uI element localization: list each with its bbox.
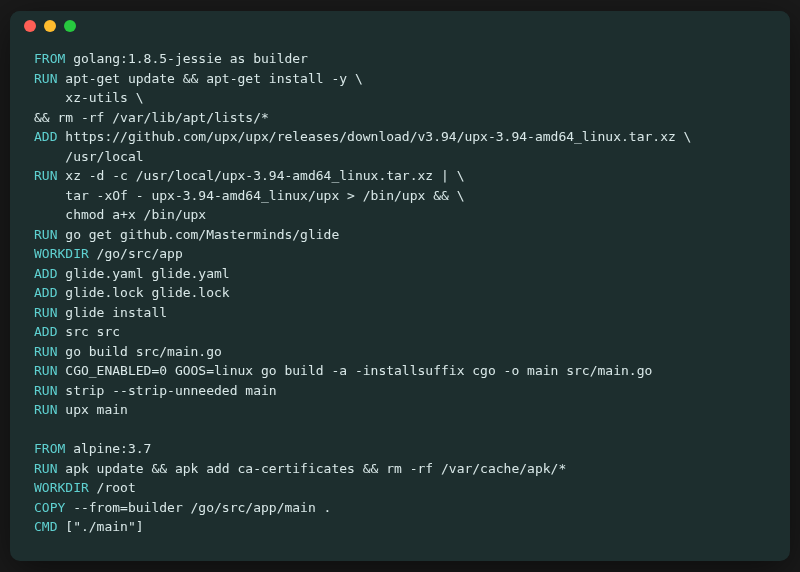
dockerfile-keyword: ADD — [34, 324, 57, 339]
code-text: glide.lock glide.lock — [57, 285, 229, 300]
code-text: chmod a+x /bin/upx — [34, 207, 206, 222]
code-text: /usr/local — [34, 149, 144, 164]
dockerfile-keyword: WORKDIR — [34, 246, 89, 261]
maximize-icon[interactable] — [64, 20, 76, 32]
dockerfile-keyword: RUN — [34, 305, 57, 320]
code-text: /root — [89, 480, 136, 495]
dockerfile-keyword: ADD — [34, 285, 57, 300]
code-line — [34, 420, 766, 440]
code-text: strip --strip-unneeded main — [57, 383, 276, 398]
code-line: /usr/local — [34, 147, 766, 167]
dockerfile-keyword: RUN — [34, 383, 57, 398]
code-line: chmod a+x /bin/upx — [34, 205, 766, 225]
code-text: && rm -rf /var/lib/apt/lists/* — [34, 110, 269, 125]
close-icon[interactable] — [24, 20, 36, 32]
dockerfile-keyword: RUN — [34, 402, 57, 417]
code-block: FROM golang:1.8.5-jessie as builderRUN a… — [10, 41, 790, 561]
code-text: glide install — [57, 305, 167, 320]
code-text: alpine:3.7 — [65, 441, 151, 456]
code-text: xz-utils \ — [34, 90, 144, 105]
dockerfile-keyword: CMD — [34, 519, 57, 534]
code-line: FROM golang:1.8.5-jessie as builder — [34, 49, 766, 69]
code-text: tar -xOf - upx-3.94-amd64_linux/upx > /b… — [34, 188, 464, 203]
code-text: CGO_ENABLED=0 GOOS=linux go build -a -in… — [57, 363, 652, 378]
dockerfile-keyword: FROM — [34, 51, 65, 66]
code-text: --from=builder /go/src/app/main . — [65, 500, 331, 515]
code-line: ADD src src — [34, 322, 766, 342]
code-line: ADD https://github.com/upx/upx/releases/… — [34, 127, 766, 147]
code-text: xz -d -c /usr/local/upx-3.94-amd64_linux… — [57, 168, 464, 183]
code-text: go get github.com/Masterminds/glide — [57, 227, 339, 242]
dockerfile-keyword: RUN — [34, 461, 57, 476]
code-line: WORKDIR /go/src/app — [34, 244, 766, 264]
dockerfile-keyword: ADD — [34, 129, 57, 144]
terminal-window: FROM golang:1.8.5-jessie as builderRUN a… — [10, 11, 790, 561]
code-line: RUN strip --strip-unneeded main — [34, 381, 766, 401]
code-text: glide.yaml glide.yaml — [57, 266, 229, 281]
code-text: src src — [57, 324, 120, 339]
minimize-icon[interactable] — [44, 20, 56, 32]
code-line: CMD ["./main"] — [34, 517, 766, 537]
dockerfile-keyword: COPY — [34, 500, 65, 515]
code-text: upx main — [57, 402, 127, 417]
code-text: go build src/main.go — [57, 344, 221, 359]
code-text: golang:1.8.5-jessie as builder — [65, 51, 308, 66]
code-line: tar -xOf - upx-3.94-amd64_linux/upx > /b… — [34, 186, 766, 206]
code-line: RUN apt-get update && apt-get install -y… — [34, 69, 766, 89]
dockerfile-keyword: RUN — [34, 227, 57, 242]
code-line: ADD glide.yaml glide.yaml — [34, 264, 766, 284]
code-line: COPY --from=builder /go/src/app/main . — [34, 498, 766, 518]
dockerfile-keyword: FROM — [34, 441, 65, 456]
code-line: ADD glide.lock glide.lock — [34, 283, 766, 303]
dockerfile-keyword: RUN — [34, 344, 57, 359]
code-text: /go/src/app — [89, 246, 183, 261]
code-line: xz-utils \ — [34, 88, 766, 108]
code-line: WORKDIR /root — [34, 478, 766, 498]
dockerfile-keyword: RUN — [34, 168, 57, 183]
code-line: RUN apk update && apk add ca-certificate… — [34, 459, 766, 479]
titlebar — [10, 11, 790, 41]
dockerfile-keyword: RUN — [34, 363, 57, 378]
code-line: RUN go get github.com/Masterminds/glide — [34, 225, 766, 245]
code-text: https://github.com/upx/upx/releases/down… — [57, 129, 691, 144]
code-text — [34, 422, 42, 437]
code-line: RUN go build src/main.go — [34, 342, 766, 362]
code-text: apt-get update && apt-get install -y \ — [57, 71, 362, 86]
code-line: FROM alpine:3.7 — [34, 439, 766, 459]
code-line: RUN CGO_ENABLED=0 GOOS=linux go build -a… — [34, 361, 766, 381]
dockerfile-keyword: WORKDIR — [34, 480, 89, 495]
code-line: RUN xz -d -c /usr/local/upx-3.94-amd64_l… — [34, 166, 766, 186]
dockerfile-keyword: ADD — [34, 266, 57, 281]
code-line: && rm -rf /var/lib/apt/lists/* — [34, 108, 766, 128]
code-line: RUN glide install — [34, 303, 766, 323]
dockerfile-keyword: RUN — [34, 71, 57, 86]
code-text: apk update && apk add ca-certificates &&… — [57, 461, 566, 476]
code-text: ["./main"] — [57, 519, 143, 534]
code-line: RUN upx main — [34, 400, 766, 420]
